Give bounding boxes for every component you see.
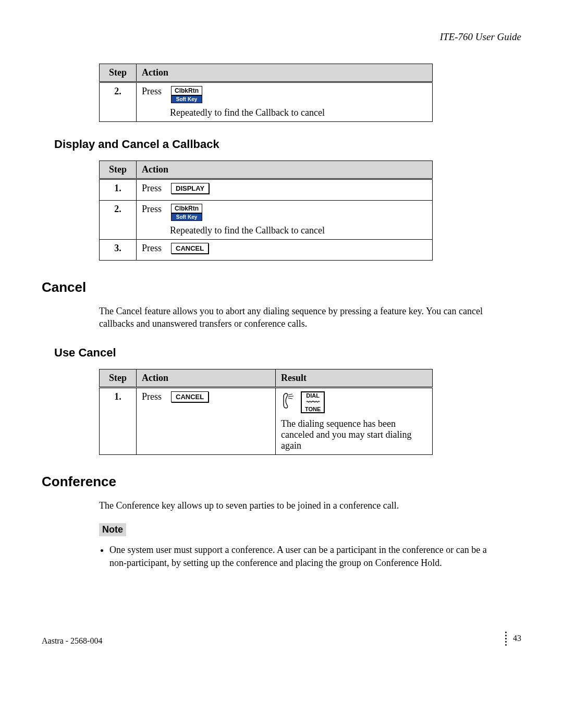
key-button: CANCEL <box>171 243 209 254</box>
conference-intro: The Conference key allows up to seven pa… <box>99 499 506 512</box>
dial-tone-icon: DIAL 〰〰 TONE <box>301 391 325 413</box>
heading-display-cancel: Display and Cancel a Callback <box>54 138 521 151</box>
key-button: CANCEL <box>171 391 209 402</box>
step-num: 2. <box>100 82 137 122</box>
list-item: One system user must support a conferenc… <box>109 544 506 569</box>
press-label: Press <box>142 86 165 97</box>
press-label: Press <box>142 243 165 254</box>
table-row: 2. Press ClbkRtn Soft Key Repeatedly to … <box>100 201 433 240</box>
step-table-1: Step Action 2. Press ClbkRtn Soft Key Re… <box>99 64 433 122</box>
table-row: 2. Press ClbkRtn Soft Key Repeatedly to … <box>100 82 433 122</box>
heading-use-cancel: Use Cancel <box>54 346 521 360</box>
cancel-intro: The Cancel feature allows you to abort a… <box>99 305 506 330</box>
softkey-button: ClbkRtn Soft Key <box>171 204 202 221</box>
step-num: 1. <box>100 387 137 454</box>
table-row: 3. Press CANCEL <box>100 240 433 261</box>
table-row: 1. Press DISPLAY <box>100 179 433 201</box>
col-step: Step <box>100 369 137 387</box>
doc-header: ITE-760 User Guide <box>42 31 521 43</box>
heading-conference: Conference <box>42 474 521 490</box>
action-desc: Repeatedly to find the Callback to cance… <box>170 107 427 118</box>
wave-icon: 〰〰 <box>305 399 321 406</box>
col-action: Action <box>137 369 276 387</box>
step-num: 3. <box>100 240 137 261</box>
col-action: Action <box>137 161 433 179</box>
footer-left: Aastra - 2568-004 <box>42 636 102 646</box>
step-table-use-cancel: Step Action Result 1. Press CANCEL <box>99 369 433 455</box>
col-step: Step <box>100 64 137 82</box>
page-number: 43 <box>513 634 521 643</box>
action-desc: Repeatedly to find the Callback to cance… <box>170 225 427 236</box>
press-label: Press <box>142 204 165 215</box>
table-row: 1. Press CANCEL DIAL <box>100 387 433 454</box>
page-footer: Aastra - 2568-004 43 <box>42 632 521 646</box>
key-button: DISPLAY <box>171 183 209 194</box>
press-label: Press <box>142 391 165 402</box>
col-result: Result <box>276 369 433 387</box>
handset-icon <box>281 392 296 412</box>
step-num: 2. <box>100 201 137 240</box>
step-table-display: Step Action 1. Press DISPLAY 2. Press Cl… <box>99 161 433 261</box>
result-text: The dialing sequence has been canceled a… <box>281 418 427 451</box>
col-action: Action <box>137 64 433 82</box>
softkey-label: ClbkRtn <box>171 86 202 95</box>
note-list: One system user must support a conferenc… <box>109 544 506 569</box>
softkey-label: ClbkRtn <box>171 204 202 213</box>
softkey-button: ClbkRtn Soft Key <box>171 86 202 103</box>
tone-label: TONE <box>305 406 321 412</box>
col-step: Step <box>100 161 137 179</box>
press-label: Press <box>142 183 165 194</box>
note-label: Note <box>99 523 126 536</box>
softkey-sub: Soft Key <box>171 213 202 221</box>
result-indicator: DIAL 〰〰 TONE <box>281 391 427 413</box>
heading-cancel: Cancel <box>42 279 521 295</box>
dots-icon <box>505 632 507 646</box>
step-num: 1. <box>100 179 137 201</box>
softkey-sub: Soft Key <box>171 95 202 103</box>
dial-label: DIAL <box>305 392 321 399</box>
